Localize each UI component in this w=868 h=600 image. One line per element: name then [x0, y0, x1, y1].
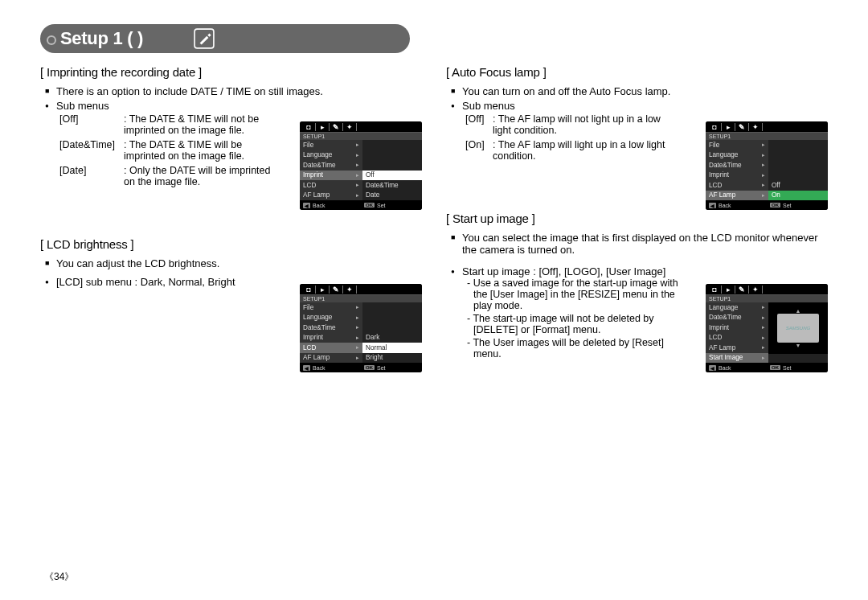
setup1-icon: ✎	[330, 123, 342, 131]
page-number: 34	[44, 570, 74, 584]
ok-label: OK	[364, 365, 375, 370]
start-dash-list: - Use a saved image for the start-up ima…	[446, 277, 687, 360]
back-label: Back	[719, 203, 731, 208]
menu-item: Language▸	[300, 150, 362, 161]
af-menu-screenshot: ◘ ▸ ✎ ✦ SETUP1 File▸Language▸Date&Time▸I…	[706, 121, 828, 210]
camera-icon: ◘	[303, 286, 314, 294]
menu-right: DarkNormalBright	[362, 302, 422, 363]
menu-item: Imprint▸	[706, 171, 768, 181]
menu-right: OffDate&TimeDate	[362, 140, 422, 200]
imprint-def-list: [Off]: The DATE & TIME will not be impri…	[40, 113, 281, 189]
menu-item: Date&Time▸	[706, 313, 768, 323]
back-label: Back	[313, 203, 326, 208]
sub-menu-label: Sub menus	[462, 100, 828, 112]
play-icon: ▸	[317, 123, 328, 131]
sub-menu-label: Start up image : [Off], [LOGO], [User Im…	[462, 265, 828, 277]
menu-item: LCD▸	[300, 180, 362, 191]
set-label: Set	[783, 203, 792, 208]
setup2-icon: ✦	[344, 286, 355, 294]
play-icon: ▸	[723, 286, 734, 294]
setup1-icon: ✎	[736, 286, 747, 294]
down-arrow-icon: ▼	[796, 343, 801, 348]
back-label: Back	[719, 365, 731, 371]
menu-tabs: ◘ ▸ ✎ ✦	[706, 284, 828, 295]
ok-label: OK	[364, 203, 375, 208]
page-header: Setup 1 ( )	[40, 24, 828, 53]
camera-icon: ◘	[709, 123, 720, 131]
set-label: Set	[783, 365, 792, 371]
play-icon: ▸	[317, 286, 328, 294]
page-title-text: Setup 1 ( )	[60, 28, 143, 49]
menu-option: Off	[768, 180, 828, 191]
camera-icon: ◘	[303, 123, 314, 131]
setup1-icon: ✎	[736, 123, 747, 131]
menu-item: AF Lamp▸	[706, 191, 768, 201]
section-title: [ Imprinting the recording date ]	[40, 65, 422, 79]
camera-icon: ◘	[709, 286, 720, 294]
section-af: [ Auto Focus lamp ] You can turn on and …	[446, 65, 828, 163]
menu-tabs: ◘ ▸ ✎ ✦	[706, 121, 828, 133]
menu-item: LCD▸	[706, 180, 768, 191]
ok-label: OK	[770, 365, 780, 370]
setup-brush-icon	[194, 28, 215, 49]
menu-tabs: ◘ ▸ ✎ ✦	[300, 121, 422, 133]
left-column: [ Imprinting the recording date ] There …	[40, 65, 422, 384]
intro-text: You can select the image that is first d…	[462, 232, 828, 256]
menu-item: LCD▸	[300, 343, 362, 353]
menu-left: File▸Language▸Date&Time▸Imprint▸LCD▸AF L…	[706, 140, 768, 200]
imprint-menu-screenshot: ◘ ▸ ✎ ✦ SETUP1 File▸Language▸Date&Time▸I…	[300, 121, 422, 210]
menu-item: Language▸	[706, 150, 768, 161]
menu-option: Off	[362, 171, 422, 181]
setup1-icon: ✎	[330, 286, 342, 294]
menu-section-label: SETUP1	[300, 295, 422, 302]
menu-option: On	[768, 191, 828, 201]
start-menu-screenshot: ◘ ▸ ✎ ✦ SETUP1 Language▸Date&Time▸Imprin…	[706, 284, 828, 372]
menu-option: Date	[362, 191, 422, 201]
section-start: [ Start up image ] You can select the im…	[446, 212, 828, 360]
menu-right-preview: ▲ SAMSUNG ▼	[768, 302, 828, 363]
menu-item: Imprint▸	[300, 171, 362, 181]
menu-item: File▸	[300, 140, 362, 150]
menu-item: Date&Time▸	[706, 160, 768, 171]
page-title-pill: Setup 1 ( )	[40, 24, 410, 53]
menu-option: Dark	[362, 333, 422, 343]
menu-item: Date&Time▸	[300, 323, 362, 333]
play-icon: ▸	[723, 123, 734, 131]
menu-item: File▸	[706, 140, 768, 150]
preview-image: SAMSUNG	[777, 314, 819, 343]
menu-item: LCD▸	[706, 333, 768, 343]
menu-item: File▸	[300, 302, 362, 313]
intro-text: There is an option to include DATE / TIM…	[56, 85, 422, 97]
set-label: Set	[377, 365, 386, 371]
section-title: [ Start up image ]	[446, 212, 828, 225]
sub-menu-label: Sub menus	[56, 100, 422, 112]
section-title: [ Auto Focus lamp ]	[446, 65, 828, 79]
menu-item: AF Lamp▸	[706, 343, 768, 353]
section-imprint: [ Imprinting the recording date ] There …	[40, 65, 422, 189]
menu-section-label: SETUP1	[706, 295, 828, 302]
lcd-menu-screenshot: ◘ ▸ ✎ ✦ SETUP1 File▸Language▸Date&Time▸I…	[300, 284, 422, 372]
section-title: [ LCD brightness ]	[40, 237, 422, 251]
menu-right: OffOn	[768, 140, 828, 200]
menu-item: Language▸	[300, 313, 362, 323]
menu-item: AF Lamp▸	[300, 353, 362, 364]
setup2-icon: ✦	[750, 123, 761, 131]
setup2-icon: ✦	[750, 286, 761, 294]
right-column: [ Auto Focus lamp ] You can turn on and …	[446, 65, 828, 384]
menu-tabs: ◘ ▸ ✎ ✦	[300, 284, 422, 295]
menu-item: AF Lamp▸	[300, 191, 362, 201]
menu-item: Start Image▸	[706, 353, 768, 364]
menu-section-label: SETUP1	[706, 133, 828, 140]
intro-text: You can adjust the LCD brightness.	[56, 257, 422, 269]
up-arrow-icon: ▲	[796, 308, 801, 314]
intro-text: You can turn on and off the Auto Focus l…	[462, 85, 828, 97]
ok-label: OK	[770, 203, 780, 208]
setup2-icon: ✦	[344, 123, 355, 131]
menu-item: Imprint▸	[706, 323, 768, 333]
menu-section-label: SETUP1	[300, 133, 422, 140]
menu-option: Bright	[362, 353, 422, 364]
menu-item: Imprint▸	[300, 333, 362, 343]
menu-option: Normal	[362, 343, 422, 353]
af-def-list: [Off]: The AF lamp will not light up in …	[446, 113, 679, 163]
menu-left: Language▸Date&Time▸Imprint▸LCD▸AF Lamp▸S…	[706, 302, 768, 363]
